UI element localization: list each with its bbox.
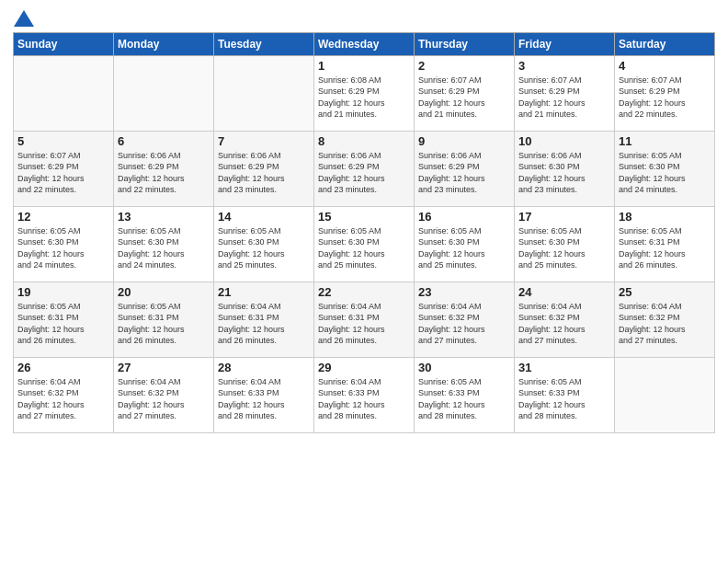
day-info: Sunrise: 6:07 AM Sunset: 6:29 PM Dayligh… [518, 75, 610, 121]
day-number: 18 [619, 210, 711, 224]
weekday-header: Sunday [14, 32, 114, 55]
day-number: 5 [17, 134, 109, 148]
calendar-cell: 21Sunrise: 6:04 AM Sunset: 6:31 PM Dayli… [214, 282, 314, 357]
day-number: 1 [318, 59, 410, 73]
calendar-cell: 1Sunrise: 6:08 AM Sunset: 6:29 PM Daylig… [314, 55, 415, 131]
day-info: Sunrise: 6:05 AM Sunset: 6:30 PM Dayligh… [619, 150, 711, 196]
calendar-cell: 29Sunrise: 6:04 AM Sunset: 6:33 PM Dayli… [314, 357, 415, 432]
calendar-cell: 5Sunrise: 6:07 AM Sunset: 6:29 PM Daylig… [14, 131, 114, 206]
day-number: 31 [518, 361, 610, 374]
day-number: 10 [518, 134, 610, 148]
logo-icon [14, 10, 34, 27]
day-info: Sunrise: 6:05 AM Sunset: 6:30 PM Dayligh… [518, 225, 610, 271]
day-number: 19 [17, 285, 109, 299]
day-info: Sunrise: 6:04 AM Sunset: 6:33 PM Dayligh… [318, 376, 410, 422]
calendar-week-row: 19Sunrise: 6:05 AM Sunset: 6:31 PM Dayli… [14, 282, 715, 357]
day-info: Sunrise: 6:05 AM Sunset: 6:31 PM Dayligh… [619, 225, 711, 271]
day-info: Sunrise: 6:04 AM Sunset: 6:31 PM Dayligh… [218, 301, 310, 347]
calendar-cell: 20Sunrise: 6:05 AM Sunset: 6:31 PM Dayli… [114, 282, 214, 357]
logo [13, 9, 36, 27]
day-number: 7 [218, 134, 310, 148]
day-number: 4 [619, 59, 711, 73]
day-info: Sunrise: 6:05 AM Sunset: 6:31 PM Dayligh… [118, 301, 210, 347]
page-header [13, 9, 715, 27]
calendar-cell: 17Sunrise: 6:05 AM Sunset: 6:30 PM Dayli… [515, 206, 615, 282]
calendar-cell: 30Sunrise: 6:05 AM Sunset: 6:33 PM Dayli… [415, 357, 515, 432]
day-info: Sunrise: 6:07 AM Sunset: 6:29 PM Dayligh… [619, 75, 711, 121]
page-container: SundayMondayTuesdayWednesdayThursdayFrid… [0, 0, 728, 442]
calendar-cell: 14Sunrise: 6:05 AM Sunset: 6:30 PM Dayli… [214, 206, 314, 282]
weekday-header: Monday [114, 32, 214, 55]
day-number: 29 [318, 361, 410, 374]
calendar-cell: 16Sunrise: 6:05 AM Sunset: 6:30 PM Dayli… [415, 206, 515, 282]
calendar-cell: 8Sunrise: 6:06 AM Sunset: 6:29 PM Daylig… [314, 131, 415, 206]
calendar-cell [114, 55, 214, 131]
day-info: Sunrise: 6:04 AM Sunset: 6:32 PM Dayligh… [118, 376, 210, 422]
day-number: 3 [518, 59, 610, 73]
calendar-cell: 3Sunrise: 6:07 AM Sunset: 6:29 PM Daylig… [515, 55, 615, 131]
day-number: 14 [218, 210, 310, 224]
day-number: 12 [17, 210, 109, 224]
day-number: 23 [418, 285, 510, 299]
day-info: Sunrise: 6:05 AM Sunset: 6:30 PM Dayligh… [118, 225, 210, 271]
calendar-cell: 26Sunrise: 6:04 AM Sunset: 6:32 PM Dayli… [14, 357, 114, 432]
day-number: 11 [619, 134, 711, 148]
weekday-header: Saturday [615, 32, 715, 55]
day-number: 21 [218, 285, 310, 299]
day-info: Sunrise: 6:05 AM Sunset: 6:33 PM Dayligh… [518, 376, 610, 422]
day-info: Sunrise: 6:04 AM Sunset: 6:32 PM Dayligh… [518, 301, 610, 347]
calendar-cell: 28Sunrise: 6:04 AM Sunset: 6:33 PM Dayli… [214, 357, 314, 432]
calendar-cell: 11Sunrise: 6:05 AM Sunset: 6:30 PM Dayli… [615, 131, 715, 206]
calendar-cell: 9Sunrise: 6:06 AM Sunset: 6:29 PM Daylig… [415, 131, 515, 206]
calendar-cell: 2Sunrise: 6:07 AM Sunset: 6:29 PM Daylig… [415, 55, 515, 131]
svg-marker-0 [14, 10, 34, 27]
day-info: Sunrise: 6:06 AM Sunset: 6:30 PM Dayligh… [518, 150, 610, 196]
day-info: Sunrise: 6:05 AM Sunset: 6:31 PM Dayligh… [17, 301, 109, 347]
day-info: Sunrise: 6:06 AM Sunset: 6:29 PM Dayligh… [418, 150, 510, 196]
calendar-cell: 15Sunrise: 6:05 AM Sunset: 6:30 PM Dayli… [314, 206, 415, 282]
day-number: 8 [318, 134, 410, 148]
calendar-cell [615, 357, 715, 432]
day-number: 2 [418, 59, 510, 73]
day-number: 9 [418, 134, 510, 148]
day-number: 27 [118, 361, 210, 374]
day-number: 15 [318, 210, 410, 224]
day-info: Sunrise: 6:04 AM Sunset: 6:32 PM Dayligh… [619, 301, 711, 347]
calendar-cell: 23Sunrise: 6:04 AM Sunset: 6:32 PM Dayli… [415, 282, 515, 357]
day-number: 30 [418, 361, 510, 374]
day-info: Sunrise: 6:05 AM Sunset: 6:33 PM Dayligh… [418, 376, 510, 422]
day-number: 6 [118, 134, 210, 148]
day-number: 28 [218, 361, 310, 374]
calendar-table: SundayMondayTuesdayWednesdayThursdayFrid… [13, 32, 715, 433]
calendar-cell: 12Sunrise: 6:05 AM Sunset: 6:30 PM Dayli… [14, 206, 114, 282]
day-number: 16 [418, 210, 510, 224]
day-info: Sunrise: 6:06 AM Sunset: 6:29 PM Dayligh… [118, 150, 210, 196]
weekday-header: Thursday [415, 32, 515, 55]
day-info: Sunrise: 6:06 AM Sunset: 6:29 PM Dayligh… [318, 150, 410, 196]
day-number: 25 [619, 285, 711, 299]
calendar-week-row: 5Sunrise: 6:07 AM Sunset: 6:29 PM Daylig… [14, 131, 715, 206]
day-number: 24 [518, 285, 610, 299]
calendar-cell [14, 55, 114, 131]
calendar-header-row: SundayMondayTuesdayWednesdayThursdayFrid… [14, 32, 715, 55]
calendar-week-row: 26Sunrise: 6:04 AM Sunset: 6:32 PM Dayli… [14, 357, 715, 432]
calendar-cell: 19Sunrise: 6:05 AM Sunset: 6:31 PM Dayli… [14, 282, 114, 357]
day-number: 13 [118, 210, 210, 224]
day-number: 22 [318, 285, 410, 299]
weekday-header: Tuesday [214, 32, 314, 55]
day-info: Sunrise: 6:05 AM Sunset: 6:30 PM Dayligh… [218, 225, 310, 271]
day-info: Sunrise: 6:04 AM Sunset: 6:32 PM Dayligh… [418, 301, 510, 347]
day-info: Sunrise: 6:05 AM Sunset: 6:30 PM Dayligh… [418, 225, 510, 271]
day-number: 17 [518, 210, 610, 224]
calendar-cell: 13Sunrise: 6:05 AM Sunset: 6:30 PM Dayli… [114, 206, 214, 282]
weekday-header: Wednesday [314, 32, 415, 55]
calendar-cell: 10Sunrise: 6:06 AM Sunset: 6:30 PM Dayli… [515, 131, 615, 206]
day-info: Sunrise: 6:06 AM Sunset: 6:29 PM Dayligh… [218, 150, 310, 196]
calendar-cell [214, 55, 314, 131]
day-number: 20 [118, 285, 210, 299]
calendar-cell: 25Sunrise: 6:04 AM Sunset: 6:32 PM Dayli… [615, 282, 715, 357]
calendar-cell: 6Sunrise: 6:06 AM Sunset: 6:29 PM Daylig… [114, 131, 214, 206]
calendar-week-row: 1Sunrise: 6:08 AM Sunset: 6:29 PM Daylig… [14, 55, 715, 131]
day-info: Sunrise: 6:07 AM Sunset: 6:29 PM Dayligh… [17, 150, 109, 196]
calendar-cell: 7Sunrise: 6:06 AM Sunset: 6:29 PM Daylig… [214, 131, 314, 206]
